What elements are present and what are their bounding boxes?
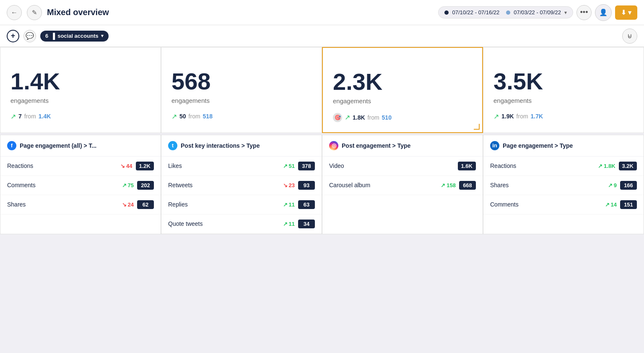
platform-icon-0: f (7, 141, 16, 150)
breakdown-card-2: ◎ Post engagement > Type Video 1.6K Caro… (322, 135, 483, 234)
date-range-selector[interactable]: 07/10/22 - 07/16/22 07/03/22 - 07/09/22 … (438, 6, 573, 18)
page-title: Mixed overview (47, 8, 109, 17)
current-period-dot (444, 10, 449, 15)
row-value-1-1: 93 (298, 181, 315, 190)
breakdown-header-2: ◎ Post engagement > Type (322, 135, 483, 157)
row-delta-0-1: ↗ 75 (122, 182, 134, 188)
comparison-from-1: from (189, 113, 200, 120)
back-icon: ← (11, 9, 18, 16)
breakdown-row-1-0: Likes ↗ 51 378 (161, 157, 322, 176)
comparison-delta-0: 7 (18, 113, 22, 120)
social-accounts-label: social accounts (57, 33, 99, 39)
breakdown-card-1: t Post key interactions > Type Likes ↗ 5… (161, 135, 322, 234)
row-value-0-0: 1.2K (136, 162, 154, 170)
breakdown-card-3: in Page engagement > Type Reactions ↗ 1.… (483, 135, 644, 234)
row-label-2-1: Carousel album (329, 182, 437, 188)
breakdown-header-1: t Post key interactions > Type (161, 135, 322, 157)
row-label-0-0: Reactions (7, 162, 117, 169)
compare-period-dot (506, 10, 510, 15)
delta-arrow-3: ↗ (493, 112, 499, 120)
download-button[interactable]: ⬇ ▾ (615, 5, 637, 20)
breakdown-row-1-1: Retweets ↘ 23 93 (161, 176, 322, 195)
row-value-0-2: 62 (137, 200, 154, 209)
metric-comparison-2: 🎯 ↗ 1.8K from 510 (333, 113, 392, 122)
delta-arrow-1: ↗ (171, 112, 177, 120)
compare-period-label: 07/03/22 - 07/09/22 (514, 9, 561, 16)
breakdown-row-0-0: Reactions ↘ 44 1.2K (0, 157, 161, 176)
metric-card-3[interactable]: 3.5K engagements ↗ 1.9K from 1.7K (483, 47, 644, 133)
breakdown-row-1-2: Replies ↗ 11 63 (161, 195, 322, 214)
target-icon: 🎯 (333, 113, 342, 122)
row-value-1-0: 378 (298, 162, 315, 170)
dropdown-arrow: ▾ (628, 9, 631, 16)
row-label-1-2: Replies (168, 201, 280, 208)
metric-value-2: 2.3K (333, 69, 382, 95)
filter-button[interactable]: ⊌ (622, 29, 637, 44)
breakdown-header-0: f Page engagement (all) > T... (0, 135, 161, 157)
row-delta-3-0: ↗ 1.8K (598, 163, 615, 169)
row-delta-1-3: ↗ 11 (283, 221, 295, 227)
row-label-1-3: Quote tweets (168, 220, 280, 227)
social-accounts-count: 6 (45, 33, 48, 39)
chevron-down-icon: ▾ (101, 33, 104, 39)
row-delta-1-2: ↗ 11 (283, 201, 295, 208)
plus-icon: + (11, 31, 16, 40)
breakdown-row-1-3: Quote tweets ↗ 11 34 (161, 214, 322, 234)
row-label-2-0: Video (329, 162, 454, 169)
chat-button[interactable]: 💬 (23, 30, 36, 42)
row-label-1-0: Likes (168, 162, 280, 169)
row-value-3-2: 151 (620, 200, 637, 209)
metric-comparison-3: ↗ 1.9K from 1.7K (493, 112, 543, 120)
row-value-0-1: 202 (137, 181, 154, 190)
row-delta-1-0: ↗ 51 (283, 163, 295, 169)
row-label-3-2: Comments (490, 201, 602, 208)
comparison-delta-2: 1.8K (353, 114, 365, 121)
back-button[interactable]: ← (7, 5, 22, 20)
row-arrow-1-1: ↘ (283, 182, 288, 188)
row-arrow-1-0: ↗ (283, 163, 288, 169)
row-delta-0-2: ↘ 24 (122, 201, 134, 208)
comparison-delta-3: 1.9K (501, 113, 514, 120)
metric-card-1[interactable]: 568 engagements ↗ 50 from 518 (161, 47, 322, 133)
row-label-1-1: Retweets (168, 182, 280, 188)
top-navigation: ← ✎ Mixed overview 07/10/22 - 07/16/22 0… (0, 0, 644, 25)
row-label-0-2: Shares (7, 201, 119, 208)
breakdown-title-0: Page engagement (all) > T... (20, 142, 96, 149)
row-value-1-2: 63 (298, 200, 315, 209)
metric-value-3: 3.5K (493, 68, 543, 94)
add-user-button[interactable]: 👤 (595, 4, 612, 21)
add-widget-button[interactable]: + (7, 30, 19, 42)
row-delta-1-1: ↘ 23 (283, 182, 295, 188)
more-options-button[interactable]: ••• (576, 5, 592, 20)
row-arrow-3-1: ↗ (608, 182, 613, 188)
platform-icon-1: t (168, 141, 177, 150)
breakdown-card-0: f Page engagement (all) > T... Reactions… (0, 135, 161, 234)
row-delta-3-1: ↗ 9 (608, 182, 617, 188)
breakdown-row-2-1: Carousel album ↗ 158 668 (322, 176, 483, 195)
chat-icon: 💬 (26, 32, 34, 40)
metric-card-0[interactable]: 1.4K engagements ↗ 7 from 1.4K (0, 47, 161, 133)
row-arrow-0-1: ↗ (122, 182, 127, 188)
row-arrow-3-2: ↗ (605, 201, 610, 208)
edit-icon: ✎ (32, 9, 37, 16)
metric-label-1: engagements (171, 97, 210, 104)
social-accounts-selector[interactable]: 6 ▐ social accounts ▾ (40, 31, 109, 42)
filter-icon: ⊌ (627, 32, 632, 40)
comparison-base-3: 1.7K (531, 113, 543, 120)
platform-icon-2: ◎ (329, 141, 338, 150)
metric-card-2[interactable]: 2.3K engagements 🎯 ↗ 1.8K from 510 (322, 47, 483, 133)
breakdown-header-3: in Page engagement > Type (483, 135, 644, 157)
row-arrow-1-2: ↗ (283, 201, 288, 208)
row-arrow-0-2: ↘ (122, 201, 127, 208)
breakdown-title-1: Post key interactions > Type (181, 142, 260, 149)
edit-button[interactable]: ✎ (27, 5, 42, 20)
row-delta-0-0: ↘ 44 (120, 163, 132, 169)
comparison-from-2: from (368, 114, 379, 121)
breakdown-row-0-1: Comments ↗ 75 202 (0, 176, 161, 195)
nav-left: ← ✎ Mixed overview (7, 5, 433, 20)
bar-chart-icon: ▐ (51, 33, 55, 39)
download-icon: ⬇ (621, 9, 626, 16)
metric-comparison-1: ↗ 50 from 518 (171, 112, 213, 120)
platform-icon-3: in (490, 141, 499, 150)
current-period-label: 07/10/22 - 07/16/22 (452, 9, 499, 16)
